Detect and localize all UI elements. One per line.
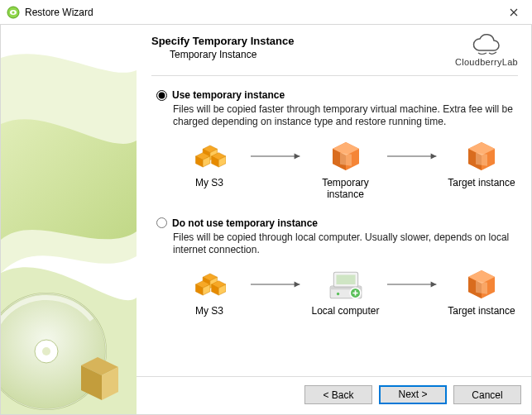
wizard-sidebar-graphic bbox=[1, 25, 137, 414]
radio-use-temporary[interactable]: Use temporary instance bbox=[156, 89, 518, 101]
next-button[interactable]: Next > bbox=[379, 385, 447, 404]
node-target-label: Target instance bbox=[445, 306, 518, 317]
arrow-icon bbox=[251, 265, 304, 304]
node-source-label: My S3 bbox=[173, 178, 246, 189]
flow-skip: My S3 Local computer Target instance bbox=[156, 265, 518, 317]
flow-use: My S3 Temporary instance Target instance bbox=[156, 136, 518, 201]
page-subtitle: Temporary Instance bbox=[170, 49, 455, 60]
instance-icon bbox=[309, 136, 382, 176]
node-source-label: My S3 bbox=[173, 306, 246, 317]
radio-no-temporary-input[interactable] bbox=[156, 217, 167, 228]
node-local-computer: Local computer bbox=[309, 265, 382, 317]
brand-name: CloudberryLab bbox=[455, 57, 518, 67]
option-no-temporary: Do not use temporary instance Files will… bbox=[151, 217, 518, 317]
option-skip-desc: Files will be copied through local compu… bbox=[173, 231, 518, 256]
instance-icon bbox=[445, 265, 518, 304]
back-button[interactable]: < Back bbox=[304, 385, 372, 404]
close-button[interactable] bbox=[495, 0, 532, 25]
window-title: Restore Wizard bbox=[25, 7, 93, 18]
radio-no-temporary-label: Do not use temporary instance bbox=[172, 217, 318, 229]
node-target: Target instance bbox=[445, 136, 518, 189]
s3-cubes-icon bbox=[173, 265, 246, 304]
svg-point-1 bbox=[12, 11, 14, 13]
divider bbox=[151, 75, 518, 76]
node-temp-instance: Temporary instance bbox=[309, 136, 382, 201]
svg-point-6 bbox=[42, 347, 50, 355]
node-local-label: Local computer bbox=[309, 306, 382, 317]
cancel-button[interactable]: Cancel bbox=[453, 385, 521, 404]
wizard-content: Specify Temporary Instance Temporary Ins… bbox=[137, 25, 531, 414]
node-target: Target instance bbox=[445, 265, 518, 317]
option-use-temporary: Use temporary instance Files will be cop… bbox=[151, 89, 518, 201]
node-target-label: Target instance bbox=[445, 178, 518, 189]
node-temp-label: Temporary instance bbox=[309, 178, 382, 201]
local-computer-icon bbox=[309, 265, 382, 304]
node-source: My S3 bbox=[173, 265, 246, 317]
radio-use-temporary-input[interactable] bbox=[156, 90, 167, 101]
arrow-icon bbox=[387, 136, 441, 176]
titlebar: Restore Wizard bbox=[0, 0, 532, 25]
arrow-icon bbox=[387, 265, 441, 304]
page-title: Specify Temporary Instance bbox=[151, 33, 455, 47]
brand-logo: CloudberryLab bbox=[455, 33, 518, 67]
instance-icon bbox=[445, 136, 518, 176]
radio-use-temporary-label: Use temporary instance bbox=[172, 89, 285, 101]
option-use-desc: Files will be copied faster through temp… bbox=[173, 103, 518, 128]
node-source: My S3 bbox=[173, 136, 246, 189]
arrow-icon bbox=[251, 136, 304, 176]
app-icon bbox=[7, 6, 20, 19]
s3-cubes-icon bbox=[173, 136, 246, 176]
wizard-footer: < Back Next > Cancel bbox=[137, 376, 531, 414]
radio-no-temporary[interactable]: Do not use temporary instance bbox=[156, 217, 518, 229]
cloud-icon bbox=[469, 33, 504, 56]
